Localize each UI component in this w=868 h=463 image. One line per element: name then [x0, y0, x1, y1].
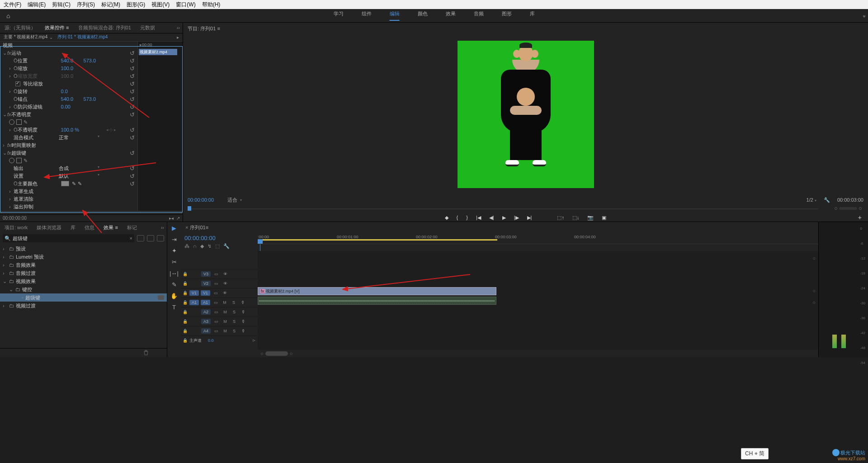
clear-search-icon[interactable]: ×	[130, 236, 132, 241]
track-target[interactable]: V1	[201, 290, 210, 296]
breadcrumb-clip[interactable]: 序列 01 * 视频素材2.mp4	[57, 34, 108, 40]
lock-icon[interactable]: 🔒	[183, 300, 188, 305]
timeline-tc[interactable]: 00:00:00:00	[184, 235, 254, 241]
reset-icon[interactable]: ↺	[130, 96, 135, 103]
track-header[interactable]: 🔒A2▭MS🎙	[181, 307, 258, 317]
eyedropper-icon[interactable]: ✎	[78, 181, 82, 187]
reset-icon[interactable]: ↺	[130, 173, 135, 180]
type-tool-icon[interactable]: T	[172, 304, 176, 311]
track-header[interactable]: 🔒主声道0.0⊳	[181, 335, 258, 345]
pen-mask-icon[interactable]: ✎	[24, 119, 28, 125]
filter-32bit-icon[interactable]	[147, 235, 154, 241]
reset-icon[interactable]: ↺	[130, 57, 135, 64]
tab-media-browser[interactable]: 媒体浏览器	[32, 224, 66, 231]
track-toggle[interactable]: 👁	[222, 272, 229, 276]
menu-view[interactable]: 视图(V)	[151, 1, 170, 9]
workspace-tab-effects[interactable]: 效果	[446, 10, 456, 21]
effects-search-box[interactable]: 🔍 ×	[3, 234, 134, 242]
pen-mask-icon[interactable]: ✎	[24, 158, 28, 164]
tab-effect-controls[interactable]: 效果控件 ≡	[40, 24, 73, 31]
hand-tool-icon[interactable]: ✋	[170, 293, 178, 299]
track-toggle[interactable]: S	[230, 300, 237, 305]
track-height-handle[interactable]: ○	[812, 288, 816, 293]
track-target[interactable]: A2	[201, 309, 211, 315]
program-scrubber[interactable]	[188, 206, 863, 212]
color-swatch[interactable]	[61, 181, 69, 186]
workspace-tab-audio[interactable]: 音频	[474, 10, 484, 21]
wrench-icon[interactable]: 🔧	[223, 243, 230, 249]
track-header[interactable]: 🔒V1V1▭👁	[181, 288, 258, 298]
menu-sequence[interactable]: 序列(S)	[77, 1, 95, 9]
add-marker-icon[interactable]: ◆	[445, 215, 448, 221]
program-tab[interactable]: 节目: 序列01 ≡	[188, 25, 220, 32]
go-to-out-icon[interactable]: ▶|	[527, 215, 532, 221]
track-toggle[interactable]: ▭	[212, 329, 220, 333]
effect-row[interactable]: 输出合成▾↺	[0, 165, 137, 172]
rect-mask-icon[interactable]	[16, 119, 22, 125]
reset-icon[interactable]: ↺	[130, 50, 135, 57]
track-toggle[interactable]: 🎙	[240, 319, 247, 324]
tree-item[interactable]: ▫超级键	[0, 293, 167, 302]
reset-icon[interactable]: ↺	[130, 165, 135, 172]
menu-graphics[interactable]: 图形(G)	[127, 1, 145, 9]
tree-item[interactable]: ⌄🗀视频效果	[0, 277, 167, 285]
track-toggle[interactable]: ▭	[212, 272, 220, 276]
tree-item[interactable]: ›🗀音频效果	[0, 261, 167, 269]
track-toggle[interactable]: 🎙	[239, 300, 246, 305]
mark-out-icon[interactable]: }	[466, 215, 468, 220]
menu-edit[interactable]: 编辑(E)	[28, 1, 46, 9]
track-toggle[interactable]: ▭	[212, 300, 219, 305]
track-toggle[interactable]: S	[231, 329, 238, 333]
ripple-edit-tool-icon[interactable]: ✦	[172, 247, 177, 254]
tab-markers[interactable]: 标记	[123, 224, 142, 231]
effect-row[interactable]: Ö主要颜色✎✎↺	[0, 180, 137, 188]
reset-icon[interactable]: ↺	[130, 180, 135, 187]
reset-icon[interactable]: ↺	[130, 111, 135, 118]
panel-menu-icon[interactable]: ››	[161, 225, 164, 230]
effect-row[interactable]: Ö位置540.0573.0↺	[0, 57, 137, 65]
track-header[interactable]: 🔒V3▭👁	[181, 269, 258, 279]
track-header[interactable]: 🔒A4▭MS🎙	[181, 326, 258, 335]
filter-accelerated-icon[interactable]	[137, 235, 144, 241]
lock-icon[interactable]: 🔒	[183, 338, 188, 343]
track-target[interactable]: A3	[201, 319, 211, 324]
workspace-overflow-icon[interactable]: ››	[861, 15, 868, 17]
effect-row[interactable]: ✎	[0, 118, 137, 126]
effect-row[interactable]: ›溢出抑制	[0, 203, 137, 211]
mark-in-icon[interactable]: {	[457, 215, 458, 220]
go-to-in-icon[interactable]: |◀	[476, 215, 481, 221]
track-toggle[interactable]: ▭	[212, 281, 220, 286]
ime-indicator[interactable]: CH ⌖ 简	[741, 448, 769, 459]
export-frame-icon[interactable]: ↗	[176, 216, 180, 221]
comparison-icon[interactable]: ▣	[602, 215, 606, 221]
lock-icon[interactable]: 🔒	[183, 281, 188, 286]
reset-icon[interactable]: ↺	[130, 73, 135, 80]
step-back-icon[interactable]: ◀|	[489, 215, 494, 221]
timeline-settings-icon[interactable]: ↯	[208, 243, 212, 249]
track-target[interactable]: V2	[201, 281, 211, 286]
tree-item[interactable]: ›🗀音频过渡	[0, 269, 167, 277]
track-toggle[interactable]: 🎙	[240, 329, 247, 333]
track-toggle[interactable]: ▭	[212, 291, 219, 295]
menu-window[interactable]: 窗口(W)	[176, 1, 195, 9]
eyedropper-icon[interactable]: ✎	[72, 181, 76, 187]
menu-clip[interactable]: 剪辑(C)	[52, 1, 71, 9]
tab-audio-mixer[interactable]: 音频剪辑混合器: 序列01	[74, 24, 136, 31]
track-header[interactable]: 🔒A3▭MS🎙	[181, 317, 258, 326]
tab-metadata[interactable]: 元数据	[136, 24, 160, 31]
selection-tool-icon[interactable]: ▶	[172, 225, 176, 232]
menu-file[interactable]: 文件(F)	[4, 1, 21, 9]
source-patch[interactable]: V1	[189, 290, 199, 296]
tab-libraries[interactable]: 库	[66, 224, 80, 231]
panel-menu-icon[interactable]: ››	[177, 25, 180, 30]
effect-row[interactable]: ›Ö缩放宽度100.0↺	[0, 72, 137, 80]
track-toggle[interactable]: ▭	[212, 319, 220, 324]
checkbox[interactable]	[15, 81, 20, 86]
timeline-tracks[interactable]: fx视频素材2.mp4 [V] ○ ○ ○	[258, 251, 818, 350]
effect-row[interactable]: ›遮罩清除	[0, 195, 137, 203]
track-target[interactable]: V3	[201, 271, 211, 277]
lock-icon[interactable]: 🔒	[183, 272, 188, 276]
track-toggle[interactable]: M	[222, 310, 229, 314]
play-icon[interactable]: ▶	[502, 215, 506, 221]
workspace-tab-color[interactable]: 颜色	[418, 10, 428, 21]
